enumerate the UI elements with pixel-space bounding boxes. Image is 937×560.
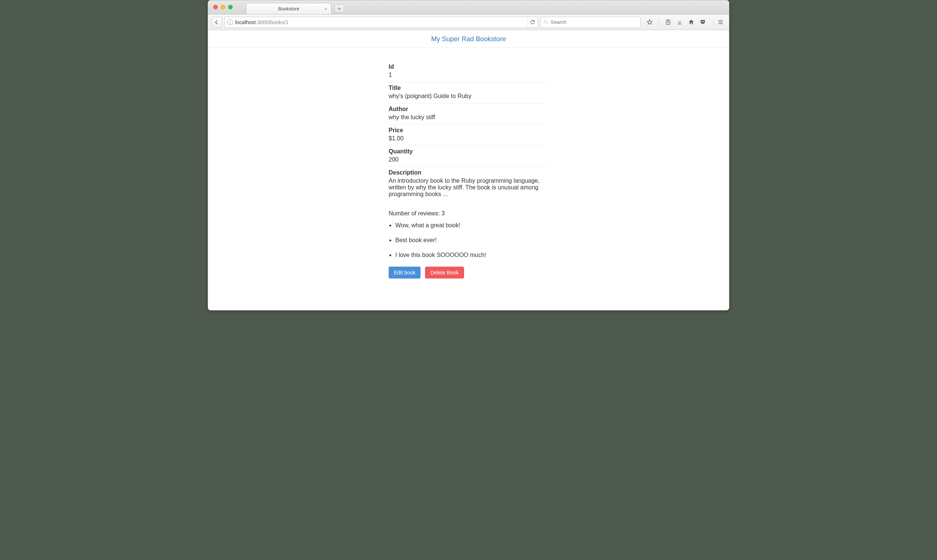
url-path: :3000/books/1 — [256, 19, 288, 25]
pocket-button[interactable] — [700, 19, 706, 25]
value-id: 1 — [388, 72, 549, 78]
pocket-icon — [700, 19, 706, 25]
label-description: Description — [388, 169, 549, 176]
close-window-button[interactable] — [213, 5, 218, 9]
download-icon — [677, 19, 683, 25]
star-icon — [646, 19, 653, 25]
clipboard-icon — [665, 19, 671, 25]
home-button[interactable] — [688, 19, 694, 25]
search-box[interactable] — [540, 17, 641, 28]
svg-rect-6 — [678, 24, 682, 25]
svg-rect-2 — [667, 20, 670, 25]
reviews-count: Number of reviews: 3 — [388, 210, 549, 217]
downloads-button[interactable] — [677, 19, 683, 25]
address-bar[interactable]: i localhost:3000/books/1 — [224, 17, 538, 28]
label-id: Id — [388, 63, 549, 70]
close-tab-button[interactable]: × — [324, 6, 327, 12]
list-item: I love this book SOOOOOO much! — [395, 252, 549, 258]
list-item: Wow, what a great book! — [395, 222, 549, 229]
value-description: An introductory book to the Ruby program… — [388, 177, 549, 198]
label-price: Price — [388, 127, 549, 134]
book-detail: Id 1 Title why's (poignant) Guide to Rub… — [388, 61, 549, 278]
brand-link[interactable]: My Super Rad Bookstore — [431, 35, 505, 43]
svg-line-1 — [547, 23, 548, 24]
edit-book-button[interactable]: Edit book — [388, 267, 421, 278]
label-quantity: Quantity — [388, 148, 549, 155]
label-author: Author — [388, 106, 549, 112]
label-title: Title — [388, 85, 549, 91]
url-text: localhost:3000/books/1 — [235, 19, 288, 25]
search-icon — [544, 20, 549, 25]
field-price: Price $1.00 — [388, 125, 549, 146]
maximize-window-button[interactable] — [228, 5, 233, 9]
page-viewport: My Super Rad Bookstore Id 1 Title why's … — [208, 30, 729, 310]
new-tab-button[interactable]: ＋ — [334, 5, 344, 12]
minimize-window-button[interactable] — [221, 5, 225, 9]
value-price: $1.00 — [388, 135, 549, 142]
svg-rect-3 — [667, 19, 669, 20]
field-author: Author why the lucky stiff — [388, 104, 549, 125]
menu-button[interactable] — [714, 19, 724, 25]
value-quantity: 200 — [388, 156, 549, 163]
value-author: why the lucky stiff — [388, 114, 549, 121]
site-info-icon[interactable]: i — [227, 19, 233, 25]
search-input[interactable] — [550, 19, 637, 25]
reading-list-button[interactable] — [665, 19, 671, 25]
hamburger-icon — [717, 19, 724, 25]
url-host: localhost — [235, 19, 256, 25]
action-buttons: Edit book Delete Book — [388, 267, 549, 278]
toolbar-icons — [643, 18, 726, 26]
arrow-left-icon — [214, 20, 219, 25]
field-description: Description An introductory book to the … — [388, 167, 549, 201]
svg-point-0 — [544, 20, 547, 23]
tab-title: Bookstore — [278, 6, 299, 12]
bookmark-star-button[interactable] — [646, 19, 653, 25]
list-item: Best book ever! — [395, 237, 549, 244]
tab-strip: Bookstore × ＋ — [208, 0, 729, 14]
field-title: Title why's (poignant) Guide to Ruby — [388, 82, 549, 104]
browser-toolbar: i localhost:3000/books/1 — [208, 14, 729, 30]
reload-button[interactable] — [527, 18, 535, 26]
back-button[interactable] — [211, 17, 222, 28]
window-controls — [213, 5, 233, 9]
value-title: why's (poignant) Guide to Ruby — [388, 93, 549, 100]
browser-window: Bookstore × ＋ i localhost:3000/books/1 — [208, 0, 729, 311]
home-icon — [688, 19, 694, 25]
toolbar-separator — [659, 18, 659, 26]
browser-tab[interactable]: Bookstore × — [246, 3, 331, 14]
field-quantity: Quantity 200 — [388, 146, 549, 167]
site-header: My Super Rad Bookstore — [208, 30, 729, 48]
field-id: Id 1 — [388, 61, 549, 82]
reviews-list: Wow, what a great book! Best book ever! … — [395, 222, 549, 258]
delete-book-button[interactable]: Delete Book — [425, 267, 464, 278]
reload-icon — [530, 19, 535, 25]
